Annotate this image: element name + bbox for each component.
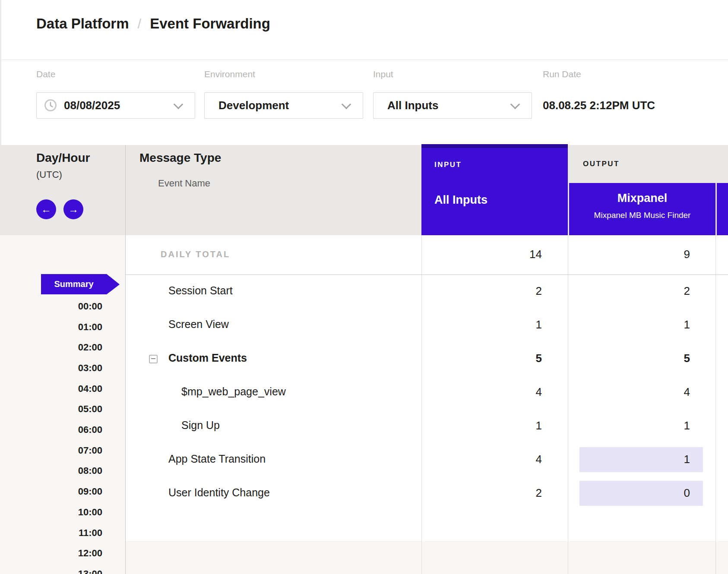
cell-output-app-state-transition: 1 bbox=[604, 453, 690, 466]
date-dropdown[interactable]: 08/08/2025 bbox=[36, 92, 195, 119]
summary-badge-label: Summary bbox=[41, 274, 107, 294]
run-date-label: Run Date bbox=[543, 69, 581, 79]
hour-row-12[interactable]: 12:00 bbox=[16, 548, 102, 559]
collapse-custom-events-icon[interactable] bbox=[149, 355, 158, 363]
event-name-subtitle: Event Name bbox=[158, 178, 210, 189]
hour-row-00[interactable]: 00:00 bbox=[16, 301, 102, 312]
cell-input-session-start: 2 bbox=[456, 284, 542, 298]
chevron-down-icon bbox=[342, 99, 351, 109]
hour-row-03[interactable]: 03:00 bbox=[16, 363, 102, 374]
summary-badge-arrow bbox=[107, 274, 120, 294]
output-column-right-border bbox=[715, 235, 716, 574]
row-label-custom-events: Custom Events bbox=[168, 352, 247, 364]
input-dropdown[interactable]: All Inputs bbox=[373, 92, 532, 119]
cell-output-custom-events: 5 bbox=[604, 352, 690, 365]
hour-row-02[interactable]: 02:00 bbox=[16, 342, 102, 353]
row-label-user-identity-change: User Identity Change bbox=[168, 486, 270, 499]
cell-input-custom-events: 5 bbox=[456, 352, 542, 365]
hour-row-13[interactable]: 13:00 bbox=[16, 568, 102, 574]
input-output-column-border bbox=[568, 235, 568, 574]
daily-total-input-value: 14 bbox=[456, 248, 542, 261]
daily-total-label: DAILY TOTAL bbox=[161, 249, 230, 259]
breadcrumb: Data Platform/Event Forwarding bbox=[36, 16, 270, 32]
hour-row-01[interactable]: 01:00 bbox=[16, 322, 102, 333]
input-column-left-border bbox=[421, 235, 422, 574]
clock-icon bbox=[44, 99, 57, 114]
input-group-label: INPUT bbox=[434, 161, 462, 169]
input-column-name: All Inputs bbox=[434, 193, 487, 207]
day-hour-timezone: (UTC) bbox=[36, 169, 62, 180]
breadcrumb-section[interactable]: Data Platform bbox=[36, 16, 129, 32]
daily-total-separator bbox=[125, 274, 728, 275]
hour-row-09[interactable]: 09:00 bbox=[16, 486, 102, 497]
cell-input-app-state-transition: 4 bbox=[456, 453, 542, 466]
output-group-label: OUTPUT bbox=[583, 160, 620, 168]
environment-dropdown[interactable]: Development bbox=[204, 92, 363, 119]
cell-output-mp-web-page-view: 4 bbox=[604, 385, 690, 399]
previous-day-button[interactable]: ← bbox=[36, 199, 56, 219]
breadcrumb-separator: / bbox=[129, 16, 150, 32]
cell-input-user-identity-change: 2 bbox=[456, 486, 542, 500]
cell-input-sign-up: 1 bbox=[456, 419, 542, 432]
environment-filter-label: Environment bbox=[204, 69, 255, 79]
cell-input-mp-web-page-view: 4 bbox=[456, 385, 542, 399]
hour-row-06[interactable]: 06:00 bbox=[16, 424, 102, 435]
row-label-app-state-transition: App State Transition bbox=[168, 453, 266, 465]
next-day-button[interactable]: → bbox=[63, 199, 83, 219]
arrow-left-icon: ← bbox=[41, 203, 51, 215]
run-date-value: 08.08.25 2:12PM UTC bbox=[543, 92, 655, 119]
hour-row-04[interactable]: 04:00 bbox=[16, 383, 102, 394]
chevron-down-icon bbox=[510, 99, 520, 109]
output-column-subtitle: Mixpanel MB Music Finder bbox=[569, 211, 715, 220]
hour-row-05[interactable]: 05:00 bbox=[16, 404, 102, 415]
table-footer-background bbox=[125, 541, 728, 574]
cell-input-screen-view: 1 bbox=[456, 318, 542, 331]
next-output-column-partial bbox=[717, 183, 728, 235]
row-label-mp-web-page-view: $mp_web_page_view bbox=[181, 385, 286, 398]
arrow-right-icon: → bbox=[68, 203, 79, 215]
header-divider bbox=[0, 60, 728, 60]
input-column-top-strip bbox=[421, 144, 568, 148]
output-column-name: Mixpanel bbox=[569, 192, 715, 205]
cell-output-sign-up: 1 bbox=[604, 419, 690, 432]
hour-row-11[interactable]: 11:00 bbox=[16, 527, 102, 539]
row-label-sign-up: Sign Up bbox=[181, 419, 220, 432]
hour-row-08[interactable]: 08:00 bbox=[16, 465, 102, 476]
date-dropdown-value: 08/08/2025 bbox=[64, 93, 120, 118]
cell-output-session-start: 2 bbox=[604, 284, 690, 298]
cell-output-screen-view: 1 bbox=[604, 318, 690, 331]
event-forwarding-page: Data Platform/Event Forwarding Date Envi… bbox=[0, 0, 728, 574]
message-type-column-title: Message Type bbox=[139, 151, 221, 165]
input-dropdown-value: All Inputs bbox=[387, 93, 438, 118]
day-hour-column-title: Day/Hour bbox=[36, 151, 90, 165]
hour-row-10[interactable]: 10:00 bbox=[16, 507, 102, 518]
daily-total-output-value: 9 bbox=[604, 248, 690, 261]
page-title: Event Forwarding bbox=[150, 16, 270, 32]
day-hour-column-border bbox=[125, 145, 126, 574]
environment-dropdown-value: Development bbox=[218, 93, 289, 118]
chevron-down-icon bbox=[174, 99, 184, 109]
output-column-header: Mixpanel Mixpanel MB Music Finder bbox=[569, 183, 715, 235]
cell-output-user-identity-change: 0 bbox=[604, 486, 690, 500]
row-label-session-start: Session Start bbox=[168, 284, 233, 297]
input-filter-label: Input bbox=[373, 69, 393, 79]
date-filter-label: Date bbox=[36, 69, 55, 79]
row-label-screen-view: Screen View bbox=[168, 318, 229, 331]
hour-row-07[interactable]: 07:00 bbox=[16, 445, 102, 456]
